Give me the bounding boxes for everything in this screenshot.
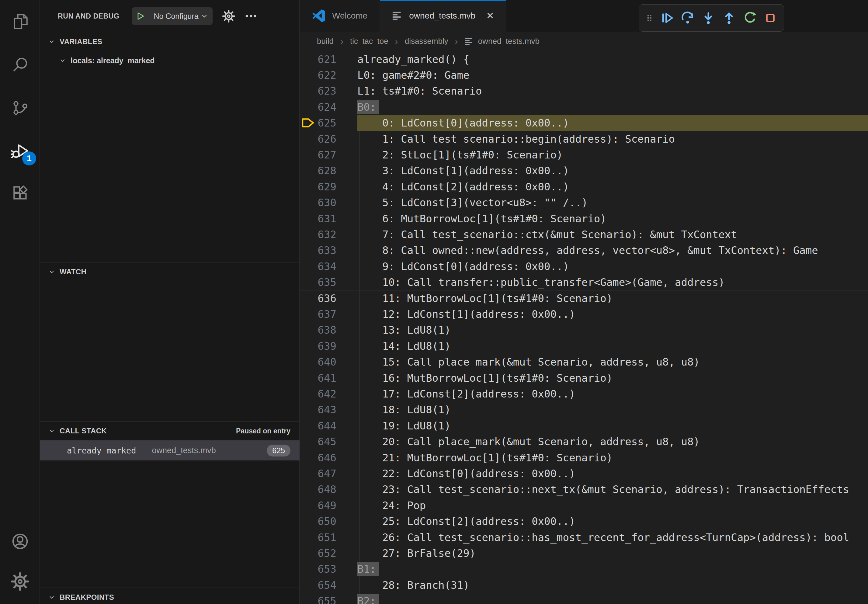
gutter-margin[interactable] [300, 402, 316, 418]
line-number[interactable]: 630 [316, 197, 336, 209]
gutter-margin[interactable] [300, 274, 316, 290]
gutter-margin[interactable] [300, 354, 316, 370]
sidebar-item-run-and-debug[interactable]: 1 [0, 130, 40, 173]
line-number[interactable]: 650 [316, 515, 336, 527]
line-number[interactable]: 651 [316, 531, 336, 544]
line-number[interactable]: 627 [316, 149, 336, 161]
line-number[interactable]: 653 [316, 563, 336, 575]
breadcrumb-item-tic-tac-toe[interactable]: tic_tac_toe [350, 37, 388, 46]
line-number[interactable]: 629 [316, 181, 336, 193]
continue-button[interactable] [657, 7, 677, 29]
toolbar-drag-handle[interactable] [643, 7, 656, 29]
line-number[interactable]: 652 [316, 547, 336, 559]
gutter-margin[interactable] [300, 513, 316, 530]
code-line-621[interactable]: 621already_marked() { [300, 51, 868, 67]
gutter-margin[interactable] [300, 545, 316, 561]
tab-owned-tests[interactable]: owned_tests.mvb ✕ [380, 0, 506, 32]
line-number[interactable]: 641 [316, 372, 336, 384]
debug-settings-gear-button[interactable] [222, 10, 235, 23]
gutter-margin[interactable] [300, 258, 316, 274]
code-line-649[interactable]: 649 24: Pop [300, 497, 868, 513]
line-number[interactable]: 642 [316, 388, 336, 400]
line-number[interactable]: 644 [316, 420, 336, 432]
code-line-652[interactable]: 652 27: BrFalse(29) [300, 545, 868, 561]
step-into-button[interactable] [699, 7, 718, 29]
gutter-margin[interactable] [300, 163, 316, 179]
breakpoints-header[interactable]: BREAKPOINTS [40, 588, 299, 604]
gutter-margin[interactable] [300, 338, 316, 354]
code-line-629[interactable]: 629 4: LdConst[2](address: 0x00..) [300, 178, 868, 195]
gutter-margin[interactable] [300, 290, 316, 306]
line-number[interactable]: 633 [316, 244, 336, 256]
step-out-button[interactable] [719, 7, 739, 29]
gutter-margin[interactable] [300, 242, 316, 259]
gutter-margin[interactable] [300, 482, 316, 497]
code-line-641[interactable]: 641 16: MutBorrowLoc[1](ts#1#0: Scenario… [300, 370, 868, 386]
debug-config-dropdown[interactable]: No Configura [132, 7, 212, 25]
sidebar-item-extensions[interactable] [0, 173, 40, 216]
accounts-button[interactable] [0, 521, 40, 561]
code-line-651[interactable]: 651 26: Call test_scenario::has_most_rec… [300, 529, 868, 545]
code-line-643[interactable]: 643 18: LdU8(1) [300, 402, 868, 418]
close-icon[interactable]: ✕ [486, 11, 494, 20]
code-line-642[interactable]: 642 17: LdConst[2](address: 0x00..) [300, 386, 868, 402]
line-number[interactable]: 636 [316, 292, 336, 304]
gutter-margin[interactable] [300, 195, 316, 211]
gutter-margin[interactable] [300, 449, 316, 466]
breadcrumb-item-build[interactable]: build [317, 37, 334, 46]
code-line-624[interactable]: 624B0: [300, 99, 868, 115]
code-line-631[interactable]: 631 6: MutBorrowLoc[1](ts#1#0: Scenario) [300, 211, 868, 226]
start-debug-icon[interactable] [135, 11, 149, 21]
line-number[interactable]: 635 [316, 276, 336, 288]
code-line-644[interactable]: 644 19: LdU8(1) [300, 418, 868, 434]
watch-header[interactable]: WATCH [40, 262, 299, 281]
line-number[interactable]: 637 [316, 308, 336, 320]
code-line-633[interactable]: 633 8: Call owned::new(address, address,… [300, 242, 868, 259]
variables-locals-row[interactable]: locals: already_marked [40, 51, 299, 70]
settings-button[interactable] [0, 561, 40, 602]
gutter-margin[interactable] [300, 370, 316, 386]
code-line-628[interactable]: 628 3: LdConst[1](address: 0x00..) [300, 163, 868, 179]
line-number[interactable]: 639 [316, 340, 336, 352]
code-line-634[interactable]: 634 9: LdConst[0](address: 0x00..) [300, 258, 868, 274]
gutter-margin[interactable] [300, 529, 316, 545]
gutter-margin[interactable] [300, 131, 316, 147]
restart-button[interactable] [740, 7, 760, 29]
gutter-margin[interactable] [300, 577, 316, 593]
code-line-653[interactable]: 653B1: [300, 561, 868, 577]
tab-welcome[interactable]: Welcome [300, 0, 380, 32]
gutter-margin[interactable] [300, 465, 316, 482]
code-line-654[interactable]: 654 28: Branch(31) [300, 577, 868, 593]
code-line-635[interactable]: 635 10: Call transfer::public_transfer<G… [300, 274, 868, 290]
gutter-margin[interactable] [300, 226, 316, 242]
line-number[interactable]: 638 [316, 324, 336, 336]
gutter-margin[interactable] [300, 115, 316, 131]
line-number[interactable]: 646 [316, 452, 336, 464]
line-number[interactable]: 625 [316, 117, 336, 129]
code-line-623[interactable]: 623L1: ts#1#0: Scenario [300, 83, 868, 99]
code-line-630[interactable]: 630 5: LdConst[3](vector<u8>: "" /..) [300, 195, 868, 211]
gutter-margin[interactable] [300, 67, 316, 83]
gutter-margin[interactable] [300, 434, 316, 450]
call-stack-frame-row[interactable]: already_marked owned_tests.mvb 625 [40, 440, 299, 460]
line-number[interactable]: 655 [316, 595, 336, 604]
gutter-margin[interactable] [300, 593, 316, 604]
line-number[interactable]: 654 [316, 579, 336, 591]
gutter-margin[interactable] [300, 561, 316, 577]
gutter-margin[interactable] [300, 211, 316, 226]
sidebar-item-source-control[interactable] [0, 87, 40, 130]
line-number[interactable]: 631 [316, 212, 336, 225]
line-number[interactable]: 649 [316, 499, 336, 511]
code-line-625[interactable]: 625 0: LdConst[0](address: 0x00..) [300, 115, 868, 131]
code-line-655[interactable]: 655B2: [300, 593, 868, 604]
line-number[interactable]: 643 [316, 404, 336, 416]
code-line-650[interactable]: 650 25: LdConst[2](address: 0x00..) [300, 513, 868, 530]
gutter-margin[interactable] [300, 99, 316, 115]
gutter-margin[interactable] [300, 51, 316, 67]
more-actions-button[interactable] [245, 10, 257, 22]
line-number[interactable]: 645 [316, 435, 336, 448]
code-line-627[interactable]: 627 2: StLoc[1](ts#1#0: Scenario) [300, 147, 868, 163]
line-number[interactable]: 621 [316, 53, 336, 65]
line-number[interactable]: 632 [316, 228, 336, 240]
gutter-margin[interactable] [300, 83, 316, 99]
